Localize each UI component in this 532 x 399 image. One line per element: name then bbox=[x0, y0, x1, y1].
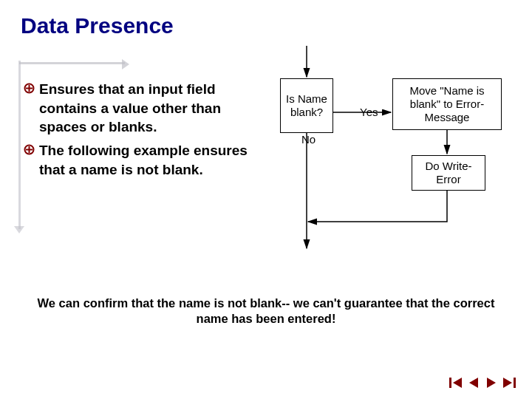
flowchart: Is Name blank? Move "Name is blank" to E… bbox=[259, 46, 517, 253]
svg-rect-16 bbox=[514, 378, 516, 388]
flow-decision: Is Name blank? bbox=[280, 78, 333, 133]
bullet-icon bbox=[24, 144, 35, 158]
nav-prev-button[interactable] bbox=[466, 375, 482, 390]
flowchart-arrows bbox=[259, 46, 517, 253]
nav-controls bbox=[448, 375, 517, 390]
left-vertical-arrow bbox=[18, 61, 22, 229]
flow-process-text: Do Write-Error bbox=[417, 160, 480, 186]
bullet-text: Ensures that an input field contains a v… bbox=[39, 80, 260, 137]
svg-marker-12 bbox=[453, 378, 462, 388]
svg-rect-11 bbox=[449, 378, 451, 388]
flow-decision-text: Is Name blank? bbox=[285, 92, 328, 119]
svg-marker-15 bbox=[503, 378, 512, 388]
flow-process-move: Move "Name is blank" to Error-Message bbox=[392, 78, 502, 130]
slide: Data Presence Ensures that an input fiel… bbox=[0, 0, 532, 399]
flow-label-yes: Yes bbox=[360, 106, 378, 118]
flow-process-write: Do Write-Error bbox=[412, 155, 485, 191]
bullet-list: Ensures that an input field contains a v… bbox=[24, 80, 260, 183]
nav-last-icon bbox=[502, 376, 516, 389]
title-underline-arrow bbox=[19, 62, 125, 66]
nav-next-button[interactable] bbox=[483, 375, 499, 390]
svg-marker-13 bbox=[469, 378, 478, 388]
list-item: The following example ensures that a nam… bbox=[24, 141, 260, 179]
flow-label-no: No bbox=[301, 133, 316, 146]
svg-marker-14 bbox=[487, 378, 496, 388]
bullet-text: The following example ensures that a nam… bbox=[39, 141, 260, 179]
nav-prev-icon bbox=[466, 376, 481, 389]
nav-next-icon bbox=[484, 376, 499, 389]
list-item: Ensures that an input field contains a v… bbox=[24, 80, 260, 137]
page-title: Data Presence bbox=[21, 13, 511, 38]
nav-first-icon bbox=[449, 376, 463, 389]
flow-process-text: Move "Name is blank" to Error-Message bbox=[398, 84, 497, 124]
footnote-text: We can confirm that the name is not blan… bbox=[0, 296, 532, 327]
bullet-icon bbox=[24, 83, 35, 97]
nav-last-button[interactable] bbox=[501, 375, 517, 390]
nav-first-button[interactable] bbox=[448, 375, 464, 390]
